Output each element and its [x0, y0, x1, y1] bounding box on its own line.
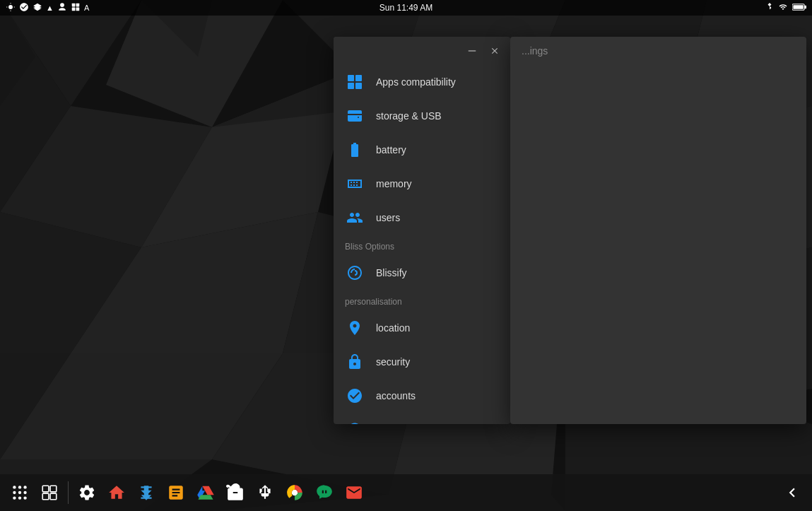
svg-point-52	[292, 490, 298, 496]
settings-content: Apps compatibility storage & USB battery…	[334, 65, 510, 424]
menu-item-label: storage & USB	[376, 110, 442, 122]
menu-item-blissify[interactable]: Blissify	[334, 256, 510, 290]
menu-item-users[interactable]: users	[334, 201, 510, 235]
svg-rect-36	[355, 75, 362, 81]
status-icon-4: ▲	[46, 4, 54, 12]
settings-main-content	[510, 65, 806, 88]
store-button[interactable]	[221, 478, 249, 507]
status-bar: ▲ A Sun 11:49 AM	[0, 0, 812, 16]
battery-status-icon	[792, 3, 806, 13]
svg-point-40	[18, 486, 21, 488]
svg-point-47	[23, 496, 26, 499]
svg-rect-37	[348, 83, 354, 89]
storage-icon	[345, 106, 365, 126]
google-icon	[345, 420, 365, 424]
launcher-button[interactable]	[6, 478, 34, 507]
menu-item-label: memory	[376, 178, 412, 189]
menu-item-storage-usb[interactable]: storage & USB	[334, 99, 510, 133]
menu-item-battery[interactable]: battery	[334, 133, 510, 167]
status-icon-5	[57, 2, 67, 13]
settings-main-panel: ...ings	[510, 37, 806, 424]
svg-point-41	[23, 486, 26, 488]
menu-item-label: security	[376, 356, 410, 368]
menu-item-accounts[interactable]: accounts	[334, 379, 510, 413]
memory-icon	[345, 174, 365, 194]
menu-item-location[interactable]: location	[334, 311, 510, 345]
status-bar-time: Sun 11:49 AM	[379, 3, 433, 13]
usb-button[interactable]	[251, 478, 279, 507]
svg-rect-32	[804, 6, 806, 8]
svg-rect-48	[42, 486, 49, 492]
accounts-icon	[345, 386, 365, 406]
settings-button[interactable]	[73, 478, 101, 507]
security-icon	[345, 352, 365, 372]
blissify-icon	[345, 263, 365, 283]
svg-point-42	[13, 491, 16, 494]
recent-apps-button[interactable]	[35, 478, 64, 507]
minimize-button[interactable]	[462, 41, 482, 61]
section-header-bliss: Bliss Options	[334, 235, 510, 256]
battery-icon	[345, 140, 365, 160]
status-icon-3	[33, 2, 42, 13]
svg-rect-51	[50, 493, 57, 500]
status-bar-right	[765, 2, 806, 13]
svg-point-43	[18, 491, 21, 494]
home-button[interactable]	[102, 478, 131, 507]
svg-point-39	[13, 486, 16, 488]
back-button[interactable]	[778, 478, 806, 507]
window-titlebar	[334, 37, 510, 65]
status-icon-1	[6, 2, 16, 13]
svg-rect-28	[76, 4, 79, 7]
menu-item-label: location	[376, 322, 410, 334]
status-bar-left: ▲ A	[6, 2, 89, 13]
section-header-personalisation: personalisation	[334, 290, 510, 311]
taskbar-divider-1	[68, 481, 69, 504]
menu-item-memory[interactable]: memory	[334, 167, 510, 201]
svg-rect-35	[348, 75, 354, 81]
status-icon-2	[19, 2, 29, 13]
svg-rect-30	[76, 8, 79, 11]
menu-item-label: Apps compatibility	[376, 76, 456, 88]
wifi-icon	[777, 3, 789, 13]
drive-button[interactable]	[192, 478, 220, 507]
menu-item-label: accounts	[376, 390, 416, 401]
close-button[interactable]	[485, 41, 505, 61]
download-button[interactable]	[132, 478, 160, 507]
svg-rect-49	[50, 486, 57, 492]
menu-item-label: battery	[376, 144, 406, 155]
menu-item-security[interactable]: security	[334, 345, 510, 379]
svg-rect-29	[72, 8, 76, 11]
hangouts-button[interactable]	[310, 478, 339, 507]
svg-rect-50	[42, 493, 49, 500]
bluetooth-icon	[765, 2, 774, 13]
svg-point-44	[23, 491, 26, 494]
svg-rect-27	[72, 4, 76, 7]
svg-rect-34	[469, 50, 476, 51]
status-icon-6	[71, 2, 81, 13]
svg-rect-33	[793, 5, 803, 9]
menu-item-apps-compatibility[interactable]: Apps compatibility	[334, 65, 510, 99]
svg-rect-38	[355, 83, 362, 89]
settings-main-title: ...ings	[522, 45, 548, 57]
chrome-button[interactable]	[281, 478, 309, 507]
settings-main-header: ...ings	[510, 37, 806, 65]
notes-button[interactable]	[162, 478, 190, 507]
taskbar	[0, 474, 812, 511]
status-icon-7: A	[84, 4, 89, 12]
svg-point-46	[18, 496, 21, 499]
menu-item-google[interactable]: Google	[334, 413, 510, 424]
location-icon	[345, 318, 365, 338]
gmail-button[interactable]	[340, 478, 368, 507]
settings-window: Apps compatibility storage & USB battery…	[334, 37, 510, 424]
menu-item-label: Blissify	[376, 267, 407, 278]
grid-icon	[345, 72, 365, 92]
svg-point-45	[13, 496, 16, 499]
svg-point-26	[8, 5, 13, 9]
menu-item-label: users	[376, 212, 400, 223]
users-icon	[345, 208, 365, 228]
